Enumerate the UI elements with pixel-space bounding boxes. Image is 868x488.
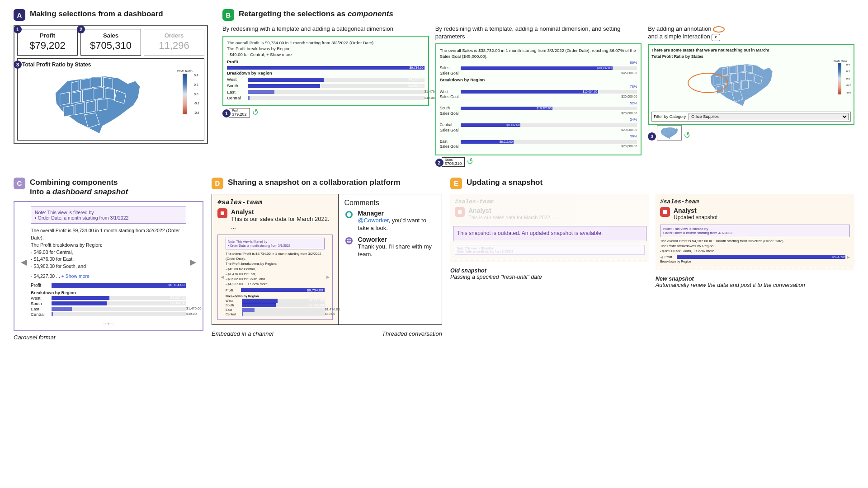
annotation-ellipse-icon	[713, 26, 725, 33]
profit-narrative: The overall Profit is $9,734.00 in 1 mon…	[31, 227, 186, 270]
old-snapshot: #sales-team AnalystThis is our sales dat…	[450, 194, 649, 229]
category-select[interactable]: Office Supplies	[689, 113, 849, 120]
b3-component[interactable]: There are some states that we are not re…	[648, 44, 854, 125]
new-snapshot[interactable]: #sales-team AnalystUpdated snapshot Note…	[656, 194, 854, 267]
title-b: Retargeting the selections as components	[239, 9, 393, 19]
selection-dot-2b: 2	[435, 159, 443, 167]
breakdown-row: West$4,227.00	[31, 296, 186, 300]
section-e: E Updating a snapshot #sales-team Analys…	[450, 178, 854, 341]
breakdown-row: West$4,227.00	[227, 77, 425, 83]
mini-prev-icon[interactable]: ◀	[221, 275, 224, 280]
retarget-arrow-icon: ↺	[682, 130, 692, 141]
region-sales-row: 78%West$15,664.00Sales Goal$20,000.00	[440, 84, 637, 100]
caption-d-left: Embedded in a channel	[212, 330, 274, 337]
map-chip[interactable]	[657, 125, 682, 141]
us-map[interactable]	[22, 70, 173, 137]
region-sales-row: 34%Central$6,732.00Sales Goal$20,000.00	[440, 117, 637, 133]
b1-subtitle: By redesining with a template and adding…	[222, 25, 429, 33]
dropdown-icon: ▾	[712, 34, 720, 41]
title-d: Sharing a snapshot on a collaboration pl…	[228, 178, 401, 187]
analyst-avatar-icon	[455, 207, 465, 217]
b-col2: By redesining with a template, adding a …	[435, 25, 642, 167]
retarget-arrow-icon: ↺	[250, 107, 260, 118]
mention-link[interactable]: @Coworker	[358, 217, 388, 224]
sales-chip[interactable]: Sales$705,310	[442, 157, 465, 167]
channel-name[interactable]: #sales-team	[217, 199, 333, 206]
selection-dot-3: 3	[14, 61, 22, 69]
comments-pane: Comments Manager@Coworker, you'd want to…	[338, 194, 442, 324]
kpi-profit[interactable]: 1Profit$79,202	[17, 29, 78, 56]
badge-b: B	[222, 9, 234, 21]
carousel-prev-icon[interactable]: ◀	[21, 257, 27, 267]
title-e: Updating a snapshot	[467, 178, 542, 187]
b2-subtitle: By redesining with a template, adding a …	[435, 25, 642, 41]
analyst-avatar-icon[interactable]	[660, 207, 670, 217]
section-c: C Combining componentsinto a dashboard s…	[14, 178, 203, 341]
carousel-next-icon[interactable]: ▶	[190, 257, 196, 267]
section-a: A Making selections from a dashboard 1Pr…	[14, 9, 208, 167]
selection-dot: 1	[14, 25, 22, 33]
b-col1: By redesining with a template and adding…	[222, 25, 429, 167]
badge-d: D	[212, 178, 223, 189]
region-sales-row: 30%East$6,013.00Sales Goal$20,000.00	[440, 134, 637, 150]
breakdown-row: South$3,982.00	[31, 301, 186, 306]
show-more-link[interactable]: + Show more	[61, 273, 90, 279]
comments-header: Comments	[344, 199, 436, 207]
breakdown-row: Central$49.00	[227, 95, 425, 101]
coworker-avatar-icon[interactable]	[344, 236, 354, 246]
section-b: B Retargeting the selections as componen…	[222, 9, 854, 167]
category-filter[interactable]: Filter by Category Office Supplies	[651, 112, 851, 122]
dashboard-panel: 1Profit$79,2022Sales$705,310Orders11,296…	[14, 25, 208, 144]
badge-e: E	[450, 178, 462, 189]
breakdown-row: East$1,476.00	[31, 306, 186, 311]
map-legend-b3: Profit Ratio 0.40.20.0-0.2-0.4	[834, 59, 851, 109]
title-a: Making selections from a dashboard	[30, 9, 163, 19]
breakdown-row: South$3,982.00	[227, 83, 425, 89]
title-c: Combining componentsinto a dashboard sna…	[30, 178, 128, 197]
badge-c: C	[14, 178, 25, 189]
manager-avatar-icon[interactable]	[344, 210, 354, 220]
annotation-ellipse[interactable]	[688, 73, 728, 93]
section-d: D Sharing a snapshot on a collaboration …	[212, 178, 442, 341]
caption-d-right: Threaded conversation	[382, 330, 442, 337]
breakdown-row: East$1,476.00	[227, 89, 425, 95]
kpi-orders: Orders11,296	[144, 29, 204, 56]
carousel-snapshot: ◀ Note: This view is filtered by Order D…	[14, 201, 203, 331]
map-card[interactable]: 3 Total Profit Ratio by States Profit Ra…	[17, 58, 204, 141]
badge-a: A	[14, 9, 25, 21]
caption-c: Carousel format	[14, 334, 203, 341]
selection-dot: 2	[77, 25, 85, 33]
b1-component[interactable]: The overall Profit is $9,734.00 in 1 mon…	[222, 36, 429, 106]
region-sales-row: 52%South$10,323.00Sales Goal$20,000.00	[440, 101, 637, 117]
mini-next-icon[interactable]: ▶	[326, 275, 330, 280]
channel-pane: #sales-team AnalystThis is our sales dat…	[212, 194, 338, 324]
kpi-sales[interactable]: 2Sales$705,310	[80, 29, 141, 56]
b3-subtitle: By adding an annotation and a simple int…	[648, 25, 854, 41]
profit-chip[interactable]: Profit$79,202	[229, 108, 250, 117]
outdated-banner[interactable]: This snapshot is outdated. An updated sn…	[453, 226, 646, 241]
annotated-map[interactable]	[651, 59, 832, 109]
analyst-avatar-icon[interactable]	[217, 208, 227, 218]
map-legend: Profit Ratio 0.40.20.0-0.2-0.4	[177, 70, 199, 114]
breakdown-row: South$3,982.00	[226, 303, 325, 307]
retarget-arrow-icon: ↺	[465, 156, 475, 168]
filter-note: Note: This view is filtered by Order Dat…	[31, 206, 186, 224]
breakdown-row: Central$49.00	[226, 312, 325, 316]
breakdown-row: Central$49.00	[31, 312, 186, 317]
b-col3: By adding an annotation and a simple int…	[648, 25, 854, 167]
carousel-dots[interactable]: ○ ● ○	[21, 321, 196, 326]
map-title: Total Profit Ratio by States	[22, 61, 199, 68]
breakdown-row: West$4,227.00	[226, 299, 325, 303]
b2-component[interactable]: The overall Sales is $38,732.00 in 1 mon…	[435, 43, 642, 155]
embedded-snapshot[interactable]: ◀ Note: This view is filtered byOrder Da…	[217, 235, 333, 320]
selection-dot-3b: 3	[648, 132, 656, 141]
breakdown-row: East$1,476.00	[226, 308, 325, 312]
